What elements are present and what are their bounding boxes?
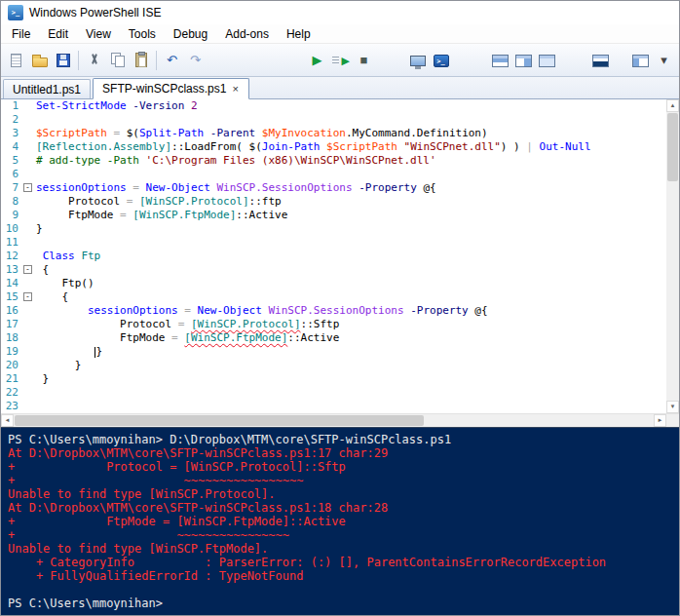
token-plain [36,345,94,358]
editor-horizontal-scrollbar[interactable]: ◄ ► [1,413,679,427]
console-line [8,583,679,597]
run-selection-button[interactable]: ▶ [329,48,352,73]
code-line[interactable]: 10} [1,222,666,236]
code-line[interactable]: 3$ScriptPath = $(Split-Path -Parent $MyI… [1,127,666,140]
fold-collapse-icon[interactable]: - [23,183,32,192]
toggle-console-pane-button[interactable] [589,48,612,73]
token-plain [255,127,262,139]
token-cmdlet: sessionOptions [36,181,127,194]
token-variable: $ScriptPath [36,127,107,139]
scroll-left-icon[interactable]: ◄ [1,414,14,427]
token-plain: FtpMode [36,331,171,344]
horizontal-scroll-thumb[interactable] [15,415,424,426]
tab-close-icon[interactable]: × [231,84,239,95]
show-command-addon-button[interactable] [629,48,652,73]
console-error-line: + FtpMode = [WinSCP.FtpMode]::Active [8,515,679,528]
code-line[interactable]: 18 FtpMode = [WinSCP.FtpMode]::Active [1,331,666,345]
code-text: } [36,345,102,359]
show-script-pane-right-button[interactable] [512,48,535,73]
scrollbar-corner [666,414,679,427]
code-line[interactable]: 16 sessionOptions = New-Object WinSCP.Se… [1,304,666,318]
token-type: [WinSCP.FtpMode] [184,331,287,344]
tab-sftp-winscpclass[interactable]: SFTP-winSCPclass.ps1 × [93,78,249,99]
token-plain [36,250,43,262]
code-line[interactable]: 5# add-type -Path 'C:\Program Files (x86… [1,154,666,168]
code-line[interactable]: 14 Ftp() [1,277,666,290]
fold-collapse-icon[interactable]: - [23,292,32,301]
fold-margin [22,236,36,250]
code-line[interactable]: 22 [1,386,666,400]
console-error-line: Unable to find type [WinSCP.Protocol]. [8,487,679,501]
fold-collapse-icon[interactable]: - [23,265,32,274]
toolbar-gap [559,59,588,60]
script-editor[interactable]: 1Set-StrictMode -Version 223$ScriptPath … [1,99,666,413]
code-line[interactable]: 1Set-StrictMode -Version 2 [1,99,666,113]
token-plain [184,99,191,112]
code-line[interactable]: 9 FtpMode = [WinSCP.FtpMode]::Active [1,209,666,222]
console-pane[interactable]: PS C:\Users\mmoynihan> D:\Dropbox\MTM\co… [1,427,679,615]
code-line[interactable]: 15- { [1,290,666,304]
fold-margin [22,113,36,127]
tab-untitled1[interactable]: Untitled1.ps1 [3,79,91,98]
code-line[interactable]: 13- { [1,263,666,277]
cut-button[interactable] [83,48,105,73]
menu-addons[interactable]: Add-ons [216,25,278,43]
code-line[interactable]: 21 } [1,372,666,386]
show-script-pane-top-button[interactable] [489,48,511,73]
code-text: [Reflection.Assembly]::LoadFrom( $(Join-… [36,140,591,154]
copy-icon [110,53,126,67]
token-argument: WinSCP.SessionOptions [216,181,352,194]
token-parameter: -Property [410,304,469,317]
code-line[interactable]: 7-sessionOptions = New-Object WinSCP.Ses… [1,181,666,195]
save-script-button[interactable] [52,48,74,73]
code-line[interactable]: 4[Reflection.Assembly]::LoadFrom( $(Join… [1,140,666,154]
code-line[interactable]: 6 [1,168,666,181]
start-powershell-button[interactable]: >_ [430,48,452,73]
stop-operation-button[interactable]: ■ [353,48,375,73]
code-line[interactable]: 19 } [1,345,666,359]
code-line[interactable]: 17 Protocol = [WinSCP.Protocol]::Sftp [1,318,666,331]
menu-help[interactable]: Help [278,25,320,43]
vertical-scroll-thumb[interactable] [667,113,678,181]
code-line[interactable]: 12 Class Ftp [1,250,666,263]
redo-button[interactable]: ↷ [184,48,207,73]
new-remote-powershell-tab-icon [410,56,426,66]
show-script-pane-top-icon [492,55,509,67]
token-parameter: -Property [359,181,417,194]
scroll-down-icon[interactable]: ▼ [666,401,679,413]
editor-area: 1Set-StrictMode -Version 223$ScriptPath … [1,99,679,413]
fold-margin: - [22,181,36,195]
scroll-up-icon[interactable]: ▲ [666,99,679,112]
menu-debug[interactable]: Debug [165,25,216,43]
menu-view[interactable]: View [77,25,120,43]
code-line[interactable]: 8 Protocol = [WinSCP.Protocol]::ftp [1,195,666,209]
tab-bar: Untitled1.ps1 SFTP-winSCPclass.ps1 × [1,77,679,99]
token-plain: Protocol [36,318,178,330]
tab-label: SFTP-winSCPclass.ps1 [102,82,226,96]
run-script-button[interactable]: ▶ [306,48,328,73]
toolbar-overflow-icon: ▾ [656,52,673,69]
console-error-line: At D:\Dropbox\MTM\core\SFTP-winSCPclass.… [8,446,679,460]
paste-button[interactable] [130,48,152,73]
menu-edit[interactable]: Edit [39,25,77,43]
scroll-right-icon[interactable]: ► [654,414,666,427]
new-script-button[interactable] [5,48,27,73]
code-line[interactable]: 2 [1,113,666,127]
new-remote-powershell-tab-button[interactable] [406,48,429,73]
code-text: } [36,359,81,372]
open-script-button[interactable] [28,48,51,73]
token-plain: ::LoadFrom( $( [171,140,262,153]
console-error-line: + ~~~~~~~~~~~~~~~~~ [8,474,679,487]
copy-button[interactable] [106,48,129,73]
code-line[interactable]: 11 [1,236,666,250]
menu-file[interactable]: File [3,25,39,43]
menu-tools[interactable]: Tools [120,25,165,43]
show-script-pane-maximized-button[interactable] [536,48,558,73]
editor-vertical-scrollbar[interactable]: ▲ ▼ [666,99,679,413]
code-line[interactable]: 23 [1,400,666,413]
undo-button[interactable]: ↶ [161,48,183,73]
show-script-pane-right-icon [515,55,532,67]
code-line[interactable]: 20 } [1,359,666,372]
toolbar-overflow-button[interactable]: ▾ [653,48,675,73]
fold-margin [22,331,36,345]
